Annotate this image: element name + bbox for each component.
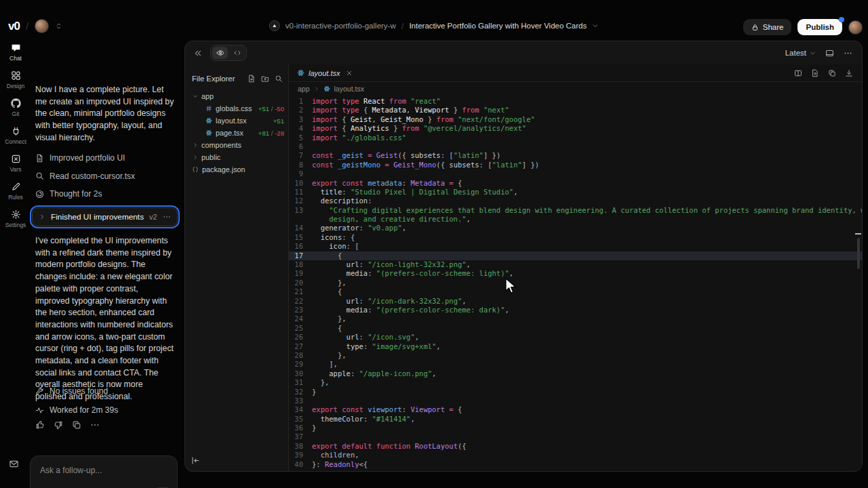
follow-up-input[interactable]: Ask a follow-up... Design <box>30 455 178 488</box>
tab-layout-tsx[interactable]: layout.tsx <box>289 64 361 81</box>
code-token: : <box>368 306 376 314</box>
more-options-icon[interactable] <box>90 420 100 430</box>
more-options-icon[interactable] <box>163 213 171 221</box>
breadcrumb-root[interactable]: app <box>298 85 310 93</box>
code-line[interactable]: 9 <box>289 169 862 178</box>
project-name[interactable]: v0-interactive-portfolio-gallery-w <box>285 22 396 30</box>
sidebar-item-connect[interactable]: Connect <box>0 124 31 147</box>
code-line[interactable]: 34export const viewport: Viewport = { <box>289 405 862 414</box>
code-line[interactable]: 14 generator: "v0.app", <box>289 224 862 232</box>
code-line[interactable]: 40}: Readonly<{ <box>289 460 862 469</box>
tree-folder-components[interactable]: components <box>185 139 288 151</box>
code-editor[interactable]: 1import type React from "react"2import t… <box>289 96 862 471</box>
tree-file-layout-tsx[interactable]: layout.tsx+51 <box>185 115 288 127</box>
tree-folder-app[interactable]: app <box>185 90 288 102</box>
code-line[interactable]: 28 }, <box>289 351 862 360</box>
code-line[interactable]: 3import { Geist, Geist_Mono } from "next… <box>289 115 862 124</box>
diff-removed: -28 <box>275 129 284 137</box>
tree-file-package-json[interactable]: package.json <box>185 163 288 176</box>
version-card[interactable]: Finished UI improvements v2 <box>32 207 178 226</box>
code-line[interactable]: 2import type { Metadata, Viewport } from… <box>289 106 862 115</box>
copy-icon[interactable] <box>72 420 81 430</box>
sidebar-item-vars[interactable]: Vars <box>0 152 31 175</box>
code-line[interactable]: 26 url: "/icon.svg", <box>289 333 862 342</box>
code-line[interactable]: 16 icon: [ <box>289 242 862 251</box>
sidebar-item-chat[interactable]: Chat <box>0 41 31 64</box>
close-tab-icon[interactable] <box>346 70 353 77</box>
thumbs-up-icon[interactable] <box>35 420 45 430</box>
code-line[interactable]: 15 icons: { <box>289 233 862 242</box>
code-line[interactable]: 18 url: "/icon-light-32x32.png", <box>289 260 862 269</box>
code-line[interactable]: 29 ], <box>289 360 862 369</box>
code-token: "@vercel/analytics/next" <box>423 124 526 132</box>
download-icon[interactable] <box>845 69 853 77</box>
chat-tool-item[interactable]: Improved portfolio UI <box>35 149 178 167</box>
tree-file-globals-css[interactable]: globals.css+51 / -50 <box>185 102 288 115</box>
chat-tool-item[interactable]: Read custom-cursor.tsx <box>35 167 178 185</box>
sidebar-item-settings[interactable]: Settings <box>0 207 31 230</box>
code-line[interactable]: 12 description: <box>289 197 862 205</box>
code-line[interactable]: 7const _geist = Geist({ subsets: ["latin… <box>289 151 862 160</box>
code-line[interactable]: 33 <box>289 396 862 405</box>
sidebar-item-design[interactable]: Design <box>0 68 31 92</box>
code-line[interactable]: 4import { Analytics } from "@vercel/anal… <box>289 124 862 133</box>
open-in-window-icon[interactable] <box>825 49 834 58</box>
team-badge-icon[interactable] <box>269 20 280 31</box>
code-line[interactable]: 11 title: "Studio Pixel | Digital Design… <box>289 188 862 197</box>
copy-icon[interactable] <box>828 69 836 77</box>
code-line[interactable]: 6 <box>289 142 862 151</box>
user-avatar[interactable] <box>848 20 863 35</box>
code-line[interactable]: 35 themeColor: "#141414", <box>289 415 862 424</box>
tree-folder-public[interactable]: public <box>185 151 288 163</box>
chat-title[interactable]: Interactive Portfolio Gallery with Hover… <box>409 22 587 30</box>
code-line[interactable]: 39 children, <box>289 451 862 460</box>
breadcrumb-file[interactable]: layout.tsx <box>334 85 364 93</box>
mail-icon[interactable] <box>9 459 19 469</box>
code-line[interactable]: 5import "./globals.css" <box>289 134 862 142</box>
publish-button[interactable]: Publish <box>797 19 842 35</box>
code-line[interactable]: 22 url: "/icon-dark-32x32.png", <box>289 297 862 306</box>
chat-tool-item[interactable]: Thought for 2s <box>35 185 178 203</box>
code-line[interactable]: 25 { <box>289 324 862 333</box>
code-line[interactable]: 27 type: "image/svg+xml", <box>289 342 862 351</box>
code-line[interactable]: 19 media: "(prefers-color-scheme: light)… <box>289 269 862 278</box>
search-icon[interactable] <box>275 75 283 83</box>
code-line[interactable]: 24 }, <box>289 314 862 323</box>
thumbs-down-icon[interactable] <box>54 420 63 430</box>
code-line[interactable]: 32} <box>289 388 862 396</box>
version-dropdown[interactable]: Latest <box>785 49 816 57</box>
sidebar-item-rules[interactable]: Rules <box>0 180 31 203</box>
code-line[interactable]: 13 "Crafting digital experiences that bl… <box>289 206 862 215</box>
code-line[interactable]: 31 }, <box>289 378 862 387</box>
share-button[interactable]: Share <box>743 19 792 35</box>
code-line[interactable]: 1import type React from "react" <box>289 97 862 106</box>
split-editor-icon[interactable] <box>794 69 802 77</box>
code-line[interactable]: design, and creative direction.", <box>289 215 862 224</box>
code-line[interactable]: 38export default function RootLayout({ <box>289 442 862 451</box>
code-line[interactable]: 8const _geistMono = Geist_Mono({ subsets… <box>289 161 862 169</box>
workspace-avatar[interactable] <box>35 19 49 33</box>
sidebar-item-git[interactable]: Git <box>0 96 31 119</box>
code-token: }, <box>312 378 329 386</box>
code-line[interactable]: 36} <box>289 424 862 432</box>
new-file-icon[interactable] <box>248 75 256 83</box>
editor-breadcrumb: app layout.tsx <box>289 82 862 96</box>
new-folder-icon[interactable] <box>261 75 269 83</box>
code-line[interactable]: 17 { <box>289 251 862 260</box>
chevron-down-icon[interactable] <box>592 22 599 29</box>
code-line[interactable]: 20 }, <box>289 279 862 287</box>
code-line[interactable]: 37 <box>289 432 862 441</box>
collapse-sidebar-icon[interactable] <box>191 456 200 465</box>
code-line[interactable]: 10export const metadata: Metadata = { <box>289 179 862 188</box>
workspace-switcher-icon[interactable] <box>55 22 62 30</box>
export-file-icon[interactable] <box>811 69 819 77</box>
code-toggle-button[interactable] <box>229 47 245 59</box>
code-line[interactable]: 23 media: "(prefers-color-scheme: dark)"… <box>289 306 862 314</box>
preview-toggle-button[interactable] <box>212 47 228 59</box>
code-line[interactable]: 30 apple: "/apple-icon.png", <box>289 369 862 378</box>
more-options-icon[interactable] <box>844 49 852 58</box>
scrollbar-thumb[interactable] <box>857 238 860 269</box>
collapse-panel-icon[interactable] <box>193 49 202 58</box>
code-line[interactable]: 21 { <box>289 287 862 296</box>
tree-file-page-tsx[interactable]: page.tsx+81 / -28 <box>185 127 288 139</box>
